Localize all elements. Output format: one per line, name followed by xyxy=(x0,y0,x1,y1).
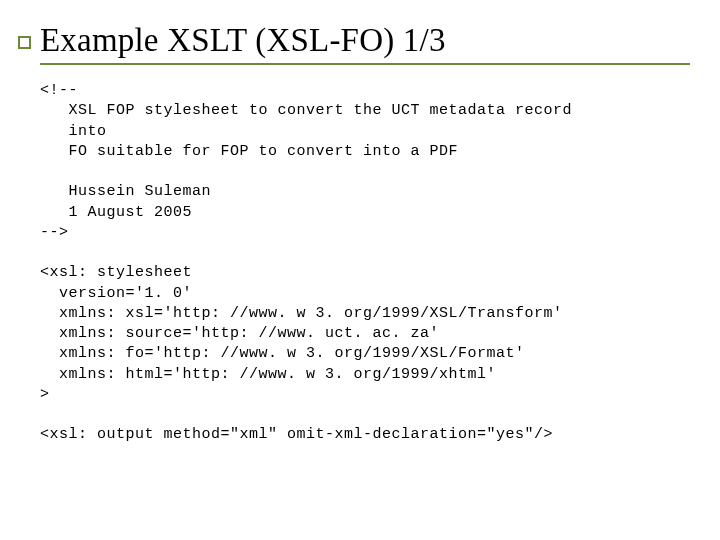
title-bullet xyxy=(18,36,31,49)
code-block: <!-- XSL FOP stylesheet to convert the U… xyxy=(40,81,690,446)
page-title: Example XSLT (XSL-FO) 1/3 xyxy=(40,22,690,59)
title-underline xyxy=(40,63,690,65)
